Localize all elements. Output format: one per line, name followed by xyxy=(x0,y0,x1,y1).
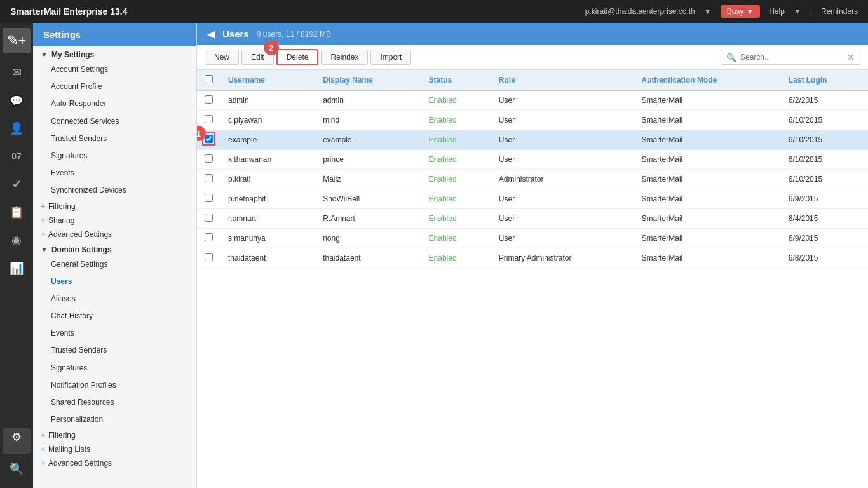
edit-button[interactable]: Edit xyxy=(241,50,274,65)
row-checkbox[interactable] xyxy=(205,233,213,241)
table-cell: SmarterMail xyxy=(634,91,781,111)
row-checkbox[interactable] xyxy=(205,174,213,182)
notes-nav-item[interactable]: 📋 xyxy=(3,200,31,225)
row-checkbox-cell xyxy=(197,91,220,111)
sidebar-item-synchronized-devices[interactable]: Synchronized Devices xyxy=(33,182,196,199)
sidebar-item-account-settings[interactable]: Account Settings xyxy=(33,61,196,78)
sidebar-item-sharing[interactable]: + Sharing xyxy=(33,214,196,227)
table-cell: example xyxy=(315,130,421,150)
table-cell: Maiiz xyxy=(315,170,421,189)
mail-nav-item[interactable]: ✉ xyxy=(3,60,31,85)
col-role[interactable]: Role xyxy=(491,70,634,91)
sidebar-item-trusted-senders[interactable]: Trusted Senders xyxy=(33,130,196,147)
sidebar-item-trusted-senders-domain[interactable]: Trusted Senders xyxy=(33,342,196,359)
search-clear-icon[interactable]: ✕ xyxy=(847,52,855,62)
sidebar-item-general-settings[interactable]: General Settings xyxy=(33,256,196,273)
table-row: c.piyawanmindEnabledUserSmarterMail6/10/… xyxy=(197,111,868,130)
sidebar-item-filtering-domain[interactable]: + Filtering xyxy=(33,428,196,442)
sidebar-item-shared-resources[interactable]: Shared Resources xyxy=(33,394,196,411)
collapse-icon: ▼ xyxy=(41,51,48,58)
chat-nav-item[interactable]: 💬 xyxy=(3,88,31,113)
row-checkbox[interactable] xyxy=(205,95,213,104)
table-cell: User xyxy=(491,150,634,170)
table-cell: 6/4/2015 xyxy=(781,209,868,229)
sidebar-item-account-profile[interactable]: Account Profile xyxy=(33,78,196,95)
row-checkbox-cell: 1 xyxy=(197,130,220,150)
contacts-nav-item[interactable]: 👤 xyxy=(3,116,31,141)
table-cell: admin xyxy=(220,91,315,111)
compose-button[interactable]: ✎+ xyxy=(3,28,31,53)
rss-nav-item[interactable]: ◉ xyxy=(3,227,31,253)
table-cell: mind xyxy=(315,111,421,130)
sidebar-section-my-settings[interactable]: ▼ My Settings xyxy=(33,46,196,61)
reminders-link[interactable]: Reminders xyxy=(821,7,858,16)
table-row: p.kiratiMaiizEnabledAdministratorSmarter… xyxy=(197,170,868,189)
users-tbody: adminadminEnabledUserSmarterMail6/2/2015… xyxy=(197,91,868,268)
select-all-header[interactable] xyxy=(197,70,220,91)
sidebar-item-mailing-lists[interactable]: + Mailing Lists xyxy=(33,442,196,456)
col-auth-mode[interactable]: Authentication Mode xyxy=(634,70,781,91)
search-nav-item[interactable]: 🔍 xyxy=(3,456,31,482)
sidebar-item-filtering[interactable]: + Filtering xyxy=(33,200,196,214)
table-cell: p.kirati xyxy=(220,170,315,189)
row-checkbox[interactable] xyxy=(205,253,213,261)
toolbar: New Edit Delete 2 Reindex Import 🔍 ✕ xyxy=(197,45,868,70)
user-info[interactable]: p.kirati@thaidataenterprise.co.th xyxy=(585,7,695,16)
tasks-nav-item[interactable]: ✔ xyxy=(3,172,31,197)
row-checkbox[interactable] xyxy=(205,154,213,163)
reports-nav-item[interactable]: 📊 xyxy=(3,255,31,281)
content-header: ◀ Users 9 users, 11 / 8192 MB xyxy=(197,23,868,45)
sidebar-section-domain-settings[interactable]: ▼ Domain Settings xyxy=(33,241,196,256)
col-username[interactable]: Username xyxy=(220,70,315,91)
main-layout: ✎+ ✉ 💬 👤 07 ✔ 📋 ◉ 📊 ⚙ 🔍 xyxy=(0,23,868,488)
row-checkbox[interactable] xyxy=(205,214,213,222)
sidebar-item-users[interactable]: Users xyxy=(33,273,196,290)
import-button[interactable]: Import xyxy=(370,50,411,65)
table-cell: thaidataent xyxy=(315,248,421,268)
table-cell: 6/10/2015 xyxy=(781,130,868,150)
col-status[interactable]: Status xyxy=(421,70,491,91)
help-link[interactable]: Help xyxy=(769,7,785,16)
row-checkbox[interactable] xyxy=(205,194,213,202)
sidebar-item-auto-responder[interactable]: Auto-Responder xyxy=(33,95,196,112)
settings-icon: ⚙ xyxy=(11,430,22,444)
table-header-row: Username Display Name Status Role Authen… xyxy=(197,70,868,91)
collapse-icon: ▼ xyxy=(41,246,48,254)
table-cell: 6/10/2015 xyxy=(781,111,868,130)
sidebar-item-signatures[interactable]: Signatures xyxy=(33,147,196,165)
sidebar-item-advanced-settings-my[interactable]: + Advanced Settings xyxy=(33,227,196,241)
settings-nav-item[interactable]: ⚙ xyxy=(3,428,31,454)
sidebar-item-chat-history[interactable]: Chat History xyxy=(33,308,196,325)
table-cell: nong xyxy=(315,229,421,248)
col-display-name[interactable]: Display Name xyxy=(315,70,421,91)
sidebar-item-events-domain[interactable]: Events xyxy=(33,325,196,342)
busy-button[interactable]: Busy ▼ xyxy=(721,5,761,18)
table-row: s.manunyanongEnabledUserSmarterMail6/9/2… xyxy=(197,229,868,248)
filtering2-label: Filtering xyxy=(48,431,76,440)
reindex-button[interactable]: Reindex xyxy=(321,50,368,65)
panel-toggle-icon[interactable]: ◀ xyxy=(207,28,215,40)
sidebar-item-connected-services[interactable]: Connected Services xyxy=(33,113,196,130)
new-button[interactable]: New xyxy=(205,50,239,65)
plus-icon: + xyxy=(41,202,45,211)
search-input[interactable] xyxy=(740,53,843,62)
table-cell: SnoWiiBell xyxy=(315,189,421,209)
table-cell: SmarterMail xyxy=(634,170,781,189)
select-all-checkbox[interactable] xyxy=(205,75,213,83)
table-row: adminadminEnabledUserSmarterMail6/2/2015 xyxy=(197,91,868,111)
sidebar-item-events[interactable]: Events xyxy=(33,165,196,182)
table-cell: User xyxy=(491,130,634,150)
col-last-login[interactable]: Last Login xyxy=(781,70,868,91)
calendar-nav-item[interactable]: 07 xyxy=(3,144,31,169)
row-checkbox[interactable] xyxy=(205,135,213,143)
delete-button[interactable]: Delete xyxy=(276,49,319,65)
row-checkbox[interactable] xyxy=(205,115,213,123)
sidebar-item-aliases[interactable]: Aliases xyxy=(33,290,196,308)
table-cell: 6/9/2015 xyxy=(781,189,868,209)
sidebar-item-advanced-settings-domain[interactable]: + Advanced Settings xyxy=(33,456,196,470)
sidebar-item-personalization[interactable]: Personalization xyxy=(33,411,196,428)
table-cell: SmarterMail xyxy=(634,150,781,170)
sidebar-item-signatures-domain[interactable]: Signatures xyxy=(33,360,196,377)
sidebar-item-notification-profiles[interactable]: Notification Profiles xyxy=(33,377,196,394)
table-cell: thaidataent xyxy=(220,248,315,268)
